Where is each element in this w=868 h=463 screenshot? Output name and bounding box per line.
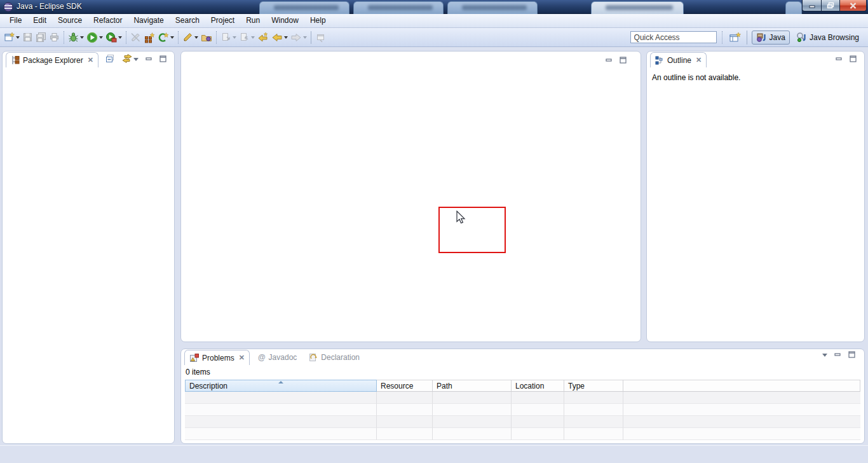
new-java-project-button[interactable] [142,30,156,45]
javadoc-icon: @ [258,353,266,362]
mouse-cursor [456,211,467,228]
maximize-view-icon[interactable] [848,351,855,360]
minimize-view-icon[interactable] [146,55,153,64]
last-edit-location-button[interactable] [256,30,270,45]
outline-header: Outline ✕ [647,52,864,67]
print-button[interactable] [48,30,61,45]
column-header-resource[interactable]: Resource [377,380,433,392]
editor-controls [606,57,627,66]
background-browser-tab[interactable] [353,1,444,14]
package-explorer-body[interactable] [3,67,174,443]
editor-area[interactable] [180,51,641,342]
menu-help[interactable]: Help [304,14,332,27]
column-header-blank [623,380,860,392]
minimize-view-icon[interactable] [836,55,843,64]
outline-icon [655,56,664,65]
package-explorer-header: Package Explorer ✕ [3,52,174,67]
outline-message: An outline is not available. [647,67,864,88]
restore-button[interactable] [822,0,840,11]
menu-run[interactable]: Run [240,14,266,27]
java-browsing-perspective-icon [796,32,807,43]
background-browser-tab[interactable] [591,1,684,14]
back-icon [271,32,283,43]
problems-table: Description Resource Path Location Type [185,380,860,440]
problems-tab-label: Problems [202,354,234,363]
maximize-view-icon[interactable] [850,55,857,64]
new-java-class-button[interactable] [156,30,175,45]
eclipse-window: { "window": { "title": "Java - Eclipse S… [0,0,868,463]
menu-refactor[interactable]: Refactor [88,14,128,27]
menu-window[interactable]: Window [266,14,304,27]
title-bar: Java - Eclipse SDK [0,0,868,14]
save-button[interactable] [21,30,34,45]
perspective-java-browsing-button[interactable]: Java Browsing [792,31,863,45]
last-edit-location-icon [257,32,269,43]
outline-view: Outline ✕ An outline is not available. [646,51,865,342]
back-button[interactable] [270,30,289,45]
menu-search[interactable]: Search [170,14,205,27]
java-perspective-icon [756,32,767,43]
tab-package-explorer[interactable]: Package Explorer ✕ [6,52,98,67]
menu-file[interactable]: File [4,14,27,27]
view-menu-icon[interactable] [822,354,827,357]
save-all-button[interactable] [34,30,48,45]
close-view-icon[interactable]: ✕ [239,354,245,362]
save-all-icon [36,32,46,43]
column-header-type[interactable]: Type [564,380,623,392]
pin-editor-icon [315,32,326,43]
column-header-location[interactable]: Location [512,380,564,392]
next-annotation-button[interactable] [219,30,238,45]
minimize-button[interactable] [802,0,822,11]
column-header-description[interactable]: Description [185,380,377,392]
tab-outline[interactable]: Outline ✕ [650,52,707,67]
background-browser-tab[interactable] [259,1,349,14]
red-rectangle [438,207,506,253]
debug-button[interactable] [67,30,85,45]
close-icon[interactable] [840,0,867,11]
menu-source[interactable]: Source [52,14,88,27]
tab-declaration[interactable]: Declaration [304,350,364,365]
perspective-java-button[interactable]: Java [752,31,790,45]
blurred-tab-text [462,5,527,10]
previous-annotation-button[interactable] [238,30,256,45]
run-button[interactable] [85,30,104,45]
outline-title: Outline [667,56,691,65]
status-bar [0,445,868,463]
run-external-tool-button[interactable] [104,30,123,45]
collapse-all-button[interactable] [105,53,115,66]
minimize-view-icon[interactable] [834,351,841,360]
view-menu-icon[interactable] [133,58,139,61]
tab-javadoc[interactable]: @ Javadoc [254,350,301,365]
link-with-editor-button[interactable] [122,53,132,66]
pin-editor-button[interactable] [314,30,327,45]
problems-header: Problems ✕ @ Javadoc Declaration [181,349,864,365]
minimize-editor-icon[interactable] [606,57,613,66]
new-wizard-icon [4,32,15,43]
new-wizard-button[interactable] [3,30,21,45]
close-view-icon[interactable]: ✕ [88,56,93,64]
perspective-java-label: Java [770,33,785,42]
maximize-view-icon[interactable] [159,55,166,64]
next-annotation-icon [220,32,231,43]
background-browser-tab-stub[interactable] [785,1,802,14]
menu-edit[interactable]: Edit [27,14,52,27]
perspective-java-browsing-label: Java Browsing [810,33,859,42]
background-browser-tab[interactable] [447,1,538,14]
package-explorer-title: Package Explorer [23,56,83,65]
open-task-button[interactable] [181,30,200,45]
new-java-project-icon [144,32,155,43]
maximize-editor-icon[interactable] [620,57,627,66]
menu-project[interactable]: Project [205,14,240,27]
open-type-button[interactable] [200,30,214,45]
problems-icon [189,353,199,363]
column-header-path[interactable]: Path [433,380,512,392]
eclipse-logo-icon [3,2,13,14]
mark-occurrences-button[interactable] [129,30,142,45]
forward-button[interactable] [289,30,308,45]
tab-problems[interactable]: Problems ✕ [184,350,250,365]
close-view-icon[interactable]: ✕ [696,56,702,64]
open-perspective-button[interactable] [728,30,742,45]
quick-access-input[interactable] [630,31,717,43]
menu-navigate[interactable]: Navigate [128,14,169,27]
open-perspective-icon [729,32,741,43]
